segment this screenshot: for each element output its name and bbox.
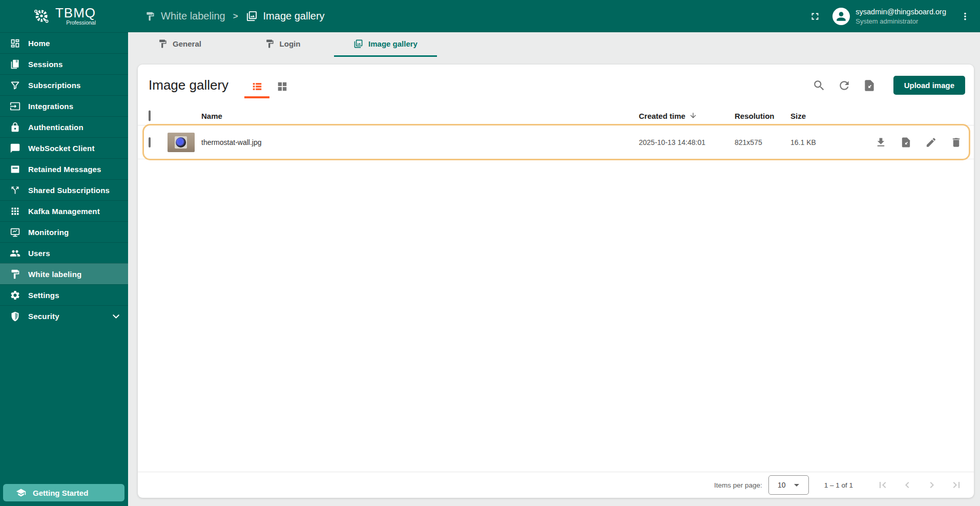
- row-resolution: 821x575: [735, 138, 762, 146]
- sidebar-item-label: WebSocket Client: [28, 144, 95, 153]
- select-all-checkbox[interactable]: [149, 110, 151, 121]
- paint-roller-icon: [10, 269, 20, 280]
- fullscreen-icon[interactable]: [805, 6, 825, 27]
- photo-library-icon: [353, 39, 363, 49]
- sidebar-item-label: Security: [28, 312, 59, 321]
- app-logo[interactable]: TBMQ Professional: [0, 0, 128, 32]
- getting-started-label: Getting Started: [33, 489, 88, 497]
- export-file-icon[interactable]: [900, 136, 912, 148]
- grid-view-button[interactable]: [269, 77, 295, 98]
- top-bar-right: sysadmin@thingsboard.org System administ…: [805, 6, 974, 27]
- tab-image-gallery[interactable]: Image gallery: [334, 32, 437, 57]
- getting-started-button[interactable]: Getting Started: [3, 484, 124, 501]
- breadcrumb-image-gallery: Image gallery: [246, 10, 325, 22]
- paint-roller-icon: [145, 11, 155, 22]
- edit-icon[interactable]: [925, 136, 937, 148]
- sidebar-item-label: Monitoring: [28, 228, 69, 237]
- tab-login[interactable]: Login: [231, 32, 334, 57]
- tab-general[interactable]: General: [128, 32, 231, 57]
- row-actions: [875, 136, 962, 148]
- paint-roller-icon: [158, 39, 168, 49]
- pagination-range: 1 – 1 of 1: [824, 481, 853, 489]
- import-file-icon[interactable]: [863, 79, 876, 92]
- sidebar-item-security[interactable]: Security: [0, 305, 128, 326]
- first-page-icon[interactable]: [877, 479, 889, 491]
- shield-icon: [10, 311, 20, 322]
- page-size-value: 10: [778, 481, 786, 489]
- grid-view-icon: [277, 81, 288, 92]
- next-page-icon[interactable]: [926, 479, 938, 491]
- breadcrumb-white-labeling[interactable]: White labeling: [145, 10, 225, 22]
- user-role: System administrator: [856, 17, 946, 25]
- image-gallery-card: Image gallery Upload image Name Created …: [138, 65, 974, 498]
- search-icon[interactable]: [812, 79, 826, 92]
- avatar[interactable]: [832, 8, 850, 25]
- sidebar-item-label: Retained Messages: [28, 165, 101, 174]
- sidebar-item-websocket-client[interactable]: WebSocket Client: [0, 137, 128, 158]
- user-info[interactable]: sysadmin@thingsboard.org System administ…: [856, 8, 946, 25]
- sidebar-item-sessions[interactable]: Sessions: [0, 53, 128, 74]
- page-title: Image gallery: [149, 77, 228, 93]
- previous-page-icon[interactable]: [901, 479, 913, 491]
- archive-icon: [10, 164, 20, 175]
- sidebar-item-subscriptions[interactable]: Subscriptions: [0, 74, 128, 95]
- sessions-icon: [10, 59, 20, 70]
- chevron-down-icon[interactable]: [111, 311, 121, 322]
- call-split-icon: [10, 185, 20, 196]
- sidebar-item-label: Shared Subscriptions: [28, 186, 110, 195]
- list-view-button[interactable]: [244, 77, 269, 98]
- more-menu-icon[interactable]: [956, 6, 974, 27]
- sidebar-item-settings[interactable]: Settings: [0, 284, 128, 305]
- card-header: Image gallery Upload image: [138, 65, 974, 106]
- sidebar-item-label: Authentication: [28, 123, 84, 132]
- gear-icon: [10, 290, 20, 301]
- school-icon: [16, 488, 26, 498]
- sidebar-item-label: Integrations: [28, 102, 73, 111]
- tab-label: Image gallery: [368, 39, 418, 48]
- dashboard-icon: [10, 38, 20, 49]
- sidebar-item-label: Home: [28, 39, 50, 48]
- breadcrumb-parent-label: White labeling: [161, 10, 225, 22]
- last-page-icon[interactable]: [950, 479, 963, 491]
- row-size: 16.1 KB: [790, 138, 816, 146]
- sidebar-item-authentication[interactable]: Authentication: [0, 116, 128, 137]
- sidebar-item-shared-subscriptions[interactable]: Shared Subscriptions: [0, 179, 128, 200]
- column-header-resolution[interactable]: Resolution: [735, 111, 775, 120]
- white-labeling-tabs: General Login Image gallery: [128, 32, 437, 57]
- tbmq-gear-logo-icon: [32, 7, 51, 26]
- people-icon: [10, 248, 20, 259]
- column-header-label: Created time: [639, 111, 685, 120]
- page-size-select[interactable]: 10: [768, 475, 809, 495]
- table-row[interactable]: thermostat-wall.jpg 2025-10-13 14:48:01 …: [138, 125, 974, 159]
- sidebar-item-integrations[interactable]: Integrations: [0, 95, 128, 116]
- sidebar-item-home[interactable]: Home: [0, 32, 128, 53]
- breadcrumb: White labeling > Image gallery: [145, 10, 325, 22]
- sidebar-item-label: Settings: [28, 291, 59, 300]
- download-icon[interactable]: [875, 136, 887, 148]
- delete-icon[interactable]: [950, 136, 962, 148]
- lock-icon: [10, 122, 20, 133]
- sidebar-item-label: Kafka Management: [28, 207, 100, 216]
- sidebar-item-white-labeling[interactable]: White labeling: [0, 263, 128, 284]
- select-caret-icon: [794, 484, 799, 487]
- sidebar-item-users[interactable]: Users: [0, 242, 128, 263]
- sidebar-item-label: Subscriptions: [28, 81, 81, 90]
- monitor-icon: [10, 227, 20, 238]
- image-thumbnail: [168, 133, 195, 152]
- sidebar-item-kafka-management[interactable]: Kafka Management: [0, 200, 128, 221]
- upload-image-button[interactable]: Upload image: [893, 76, 965, 95]
- row-checkbox[interactable]: [149, 137, 151, 147]
- row-created-time: 2025-10-13 14:48:01: [639, 138, 705, 146]
- items-per-page-label: Items per page:: [714, 481, 762, 489]
- paint-roller-icon: [265, 39, 275, 49]
- top-bar: White labeling > Image gallery sysadmin@…: [128, 0, 980, 32]
- column-header-size[interactable]: Size: [790, 111, 806, 120]
- tab-label: General: [173, 39, 201, 48]
- sidebar-item-monitoring[interactable]: Monitoring: [0, 221, 128, 242]
- list-view-icon: [252, 81, 263, 92]
- column-header-name[interactable]: Name: [201, 111, 222, 120]
- column-header-created-time[interactable]: Created time: [639, 111, 697, 120]
- chat-icon: [10, 143, 20, 154]
- sidebar-item-retained-messages[interactable]: Retained Messages: [0, 158, 128, 179]
- refresh-icon[interactable]: [838, 79, 851, 92]
